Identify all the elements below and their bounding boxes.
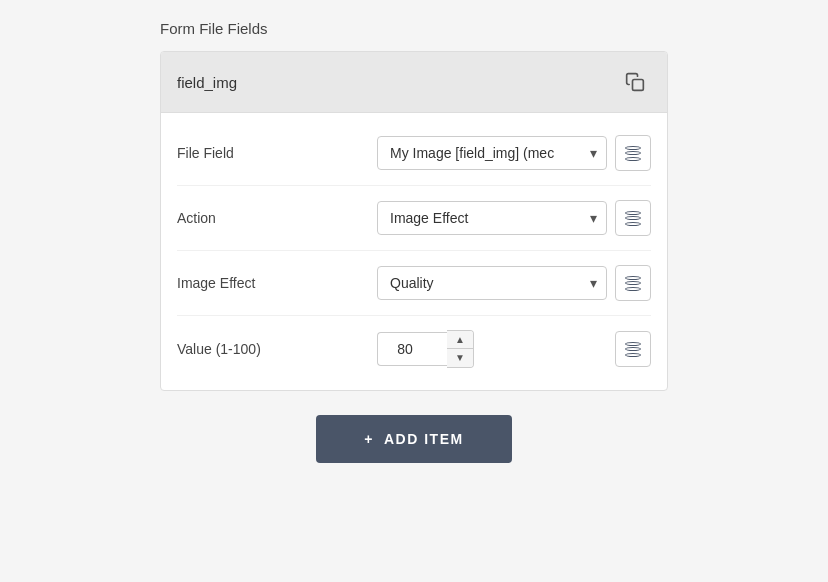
value-input[interactable] bbox=[377, 332, 447, 366]
value-decrement-button[interactable]: ▼ bbox=[447, 349, 473, 367]
file-field-label: File Field bbox=[177, 145, 377, 161]
form-card: field_img File Field My Image [field_img… bbox=[160, 51, 668, 391]
card-body: File Field My Image [field_img] (mec ▾ bbox=[161, 113, 667, 390]
image-effect-select-wrapper: Quality ▾ bbox=[377, 266, 607, 300]
image-effect-label: Image Effect bbox=[177, 275, 377, 291]
image-effect-select[interactable]: Quality bbox=[377, 266, 607, 300]
action-db-button[interactable] bbox=[615, 200, 651, 236]
copy-icon bbox=[625, 72, 645, 92]
file-field-row: File Field My Image [field_img] (mec ▾ bbox=[177, 121, 651, 186]
action-row: Action Image Effect ▾ bbox=[177, 186, 651, 251]
card-header: field_img bbox=[161, 52, 667, 113]
file-field-select-wrapper: My Image [field_img] (mec ▾ bbox=[377, 136, 607, 170]
image-effect-db-stack-icon bbox=[625, 276, 641, 291]
action-select[interactable]: Image Effect bbox=[377, 201, 607, 235]
add-item-plus-icon: + bbox=[364, 431, 374, 447]
add-item-label: ADD ITEM bbox=[384, 431, 464, 447]
value-increment-button[interactable]: ▲ bbox=[447, 331, 473, 349]
value-label: Value (1-100) bbox=[177, 341, 377, 357]
action-select-wrapper: Image Effect ▾ bbox=[377, 201, 607, 235]
file-field-select[interactable]: My Image [field_img] (mec bbox=[377, 136, 607, 170]
value-spinner: ▲ ▼ bbox=[447, 330, 474, 368]
section-title: Form File Fields bbox=[160, 20, 268, 37]
file-field-db-button[interactable] bbox=[615, 135, 651, 171]
image-effect-row: Image Effect Quality ▾ bbox=[177, 251, 651, 316]
image-effect-control: Quality ▾ bbox=[377, 265, 651, 301]
action-db-stack-icon bbox=[625, 211, 641, 226]
action-control: Image Effect ▾ bbox=[377, 200, 651, 236]
value-db-button[interactable] bbox=[615, 331, 651, 367]
svg-rect-0 bbox=[633, 80, 644, 91]
image-effect-db-button[interactable] bbox=[615, 265, 651, 301]
value-row: Value (1-100) ▲ ▼ bbox=[177, 316, 651, 382]
add-item-button[interactable]: + ADD ITEM bbox=[316, 415, 511, 463]
page-container: Form File Fields field_img File Field My… bbox=[0, 0, 828, 582]
value-control: ▲ ▼ bbox=[377, 330, 651, 368]
action-label: Action bbox=[177, 210, 377, 226]
value-number-wrapper: ▲ ▼ bbox=[377, 330, 607, 368]
card-header-title: field_img bbox=[177, 74, 237, 91]
file-field-control: My Image [field_img] (mec ▾ bbox=[377, 135, 651, 171]
db-stack-icon bbox=[625, 146, 641, 161]
value-db-stack-icon bbox=[625, 342, 641, 357]
copy-button[interactable] bbox=[619, 66, 651, 98]
